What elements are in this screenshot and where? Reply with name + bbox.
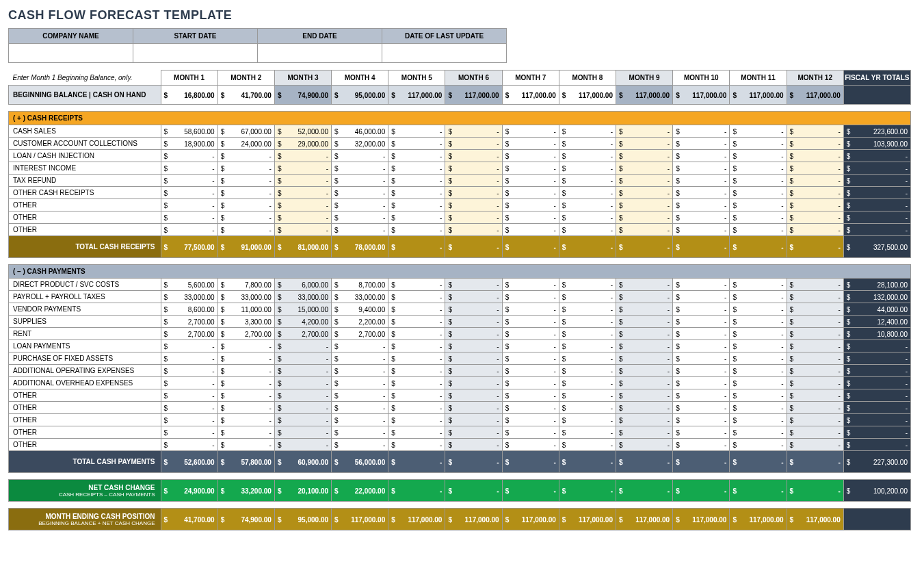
- payments-cell[interactable]: $-: [787, 389, 843, 402]
- payments-cell[interactable]: $-: [217, 377, 274, 389]
- payments-cell[interactable]: $-: [673, 365, 730, 377]
- payments-cell[interactable]: $-: [502, 328, 559, 340]
- receipts-cell[interactable]: $-: [730, 150, 787, 162]
- payments-cell[interactable]: $-: [616, 328, 673, 340]
- payments-cell[interactable]: $-: [787, 352, 843, 365]
- receipts-cell[interactable]: $58,600.00: [161, 125, 217, 138]
- payments-cell[interactable]: $33,000.00: [274, 291, 331, 303]
- payments-cell[interactable]: $-: [445, 291, 502, 303]
- payments-cell[interactable]: $-: [730, 414, 787, 426]
- payments-cell[interactable]: $-: [217, 426, 274, 439]
- receipts-cell[interactable]: $-: [445, 150, 502, 162]
- beginning-balance-cell[interactable]: $117,000.00: [616, 86, 673, 105]
- payments-cell[interactable]: $2,700.00: [217, 328, 274, 340]
- info-input-cell[interactable]: [133, 44, 258, 63]
- payments-cell[interactable]: $-: [559, 279, 616, 291]
- payments-cell[interactable]: $-: [274, 426, 331, 439]
- beginning-balance-cell[interactable]: $117,000.00: [673, 86, 730, 105]
- payments-cell[interactable]: $-: [502, 426, 559, 439]
- payments-cell[interactable]: $-: [616, 291, 673, 303]
- receipts-cell[interactable]: $-: [616, 162, 673, 175]
- payments-cell[interactable]: $3,300.00: [217, 316, 274, 328]
- payments-cell[interactable]: $9,400.00: [332, 303, 388, 316]
- payments-cell[interactable]: $-: [787, 291, 843, 303]
- receipts-cell[interactable]: $-: [673, 187, 730, 199]
- receipts-cell[interactable]: $-: [730, 138, 787, 150]
- receipts-cell[interactable]: $-: [787, 199, 843, 211]
- payments-cell[interactable]: $-: [730, 291, 787, 303]
- payments-cell[interactable]: $-: [559, 414, 616, 426]
- payments-cell[interactable]: $-: [502, 303, 559, 316]
- payments-cell[interactable]: $-: [217, 352, 274, 365]
- receipts-cell[interactable]: $-: [616, 211, 673, 224]
- payments-cell[interactable]: $-: [673, 414, 730, 426]
- receipts-cell[interactable]: $-: [730, 187, 787, 199]
- receipts-cell[interactable]: $-: [161, 162, 217, 175]
- payments-cell[interactable]: $-: [445, 328, 502, 340]
- info-input-cell[interactable]: [382, 44, 507, 63]
- payments-cell[interactable]: $-: [730, 340, 787, 352]
- receipts-cell[interactable]: $-: [217, 224, 274, 236]
- payments-cell[interactable]: $-: [673, 426, 730, 439]
- payments-cell[interactable]: $-: [274, 389, 331, 402]
- payments-cell[interactable]: $-: [673, 316, 730, 328]
- payments-cell[interactable]: $-: [730, 439, 787, 451]
- payments-cell[interactable]: $-: [217, 439, 274, 451]
- payments-cell[interactable]: $-: [274, 352, 331, 365]
- receipts-cell[interactable]: $-: [274, 199, 331, 211]
- payments-cell[interactable]: $2,200.00: [332, 316, 388, 328]
- payments-cell[interactable]: $-: [787, 426, 843, 439]
- payments-cell[interactable]: $-: [787, 328, 843, 340]
- payments-cell[interactable]: $-: [388, 389, 445, 402]
- payments-cell[interactable]: $-: [445, 439, 502, 451]
- payments-cell[interactable]: $-: [502, 414, 559, 426]
- beginning-balance-cell[interactable]: $117,000.00: [730, 86, 787, 105]
- receipts-cell[interactable]: $-: [161, 211, 217, 224]
- receipts-cell[interactable]: $-: [445, 162, 502, 175]
- receipts-cell[interactable]: $-: [445, 199, 502, 211]
- payments-cell[interactable]: $15,000.00: [274, 303, 331, 316]
- info-input-cell[interactable]: [258, 44, 382, 63]
- payments-cell[interactable]: $-: [217, 414, 274, 426]
- receipts-cell[interactable]: $-: [787, 125, 843, 138]
- payments-cell[interactable]: $-: [332, 426, 388, 439]
- payments-cell[interactable]: $-: [274, 414, 331, 426]
- receipts-cell[interactable]: $-: [502, 175, 559, 187]
- payments-cell[interactable]: $-: [730, 365, 787, 377]
- payments-cell[interactable]: $-: [388, 426, 445, 439]
- payments-cell[interactable]: $-: [730, 328, 787, 340]
- payments-cell[interactable]: $-: [502, 340, 559, 352]
- receipts-cell[interactable]: $-: [787, 150, 843, 162]
- receipts-cell[interactable]: $-: [787, 211, 843, 224]
- payments-cell[interactable]: $-: [559, 389, 616, 402]
- receipts-cell[interactable]: $-: [161, 175, 217, 187]
- receipts-cell[interactable]: $-: [217, 199, 274, 211]
- receipts-cell[interactable]: $-: [388, 150, 445, 162]
- receipts-cell[interactable]: $-: [787, 162, 843, 175]
- receipts-cell[interactable]: $-: [730, 125, 787, 138]
- beginning-balance-cell[interactable]: $117,000.00: [787, 86, 843, 105]
- receipts-cell[interactable]: $-: [730, 211, 787, 224]
- payments-cell[interactable]: $11,000.00: [217, 303, 274, 316]
- payments-cell[interactable]: $-: [502, 352, 559, 365]
- receipts-cell[interactable]: $-: [274, 187, 331, 199]
- payments-cell[interactable]: $-: [616, 402, 673, 414]
- receipts-cell[interactable]: $-: [445, 125, 502, 138]
- payments-cell[interactable]: $-: [559, 439, 616, 451]
- payments-cell[interactable]: $-: [559, 303, 616, 316]
- payments-cell[interactable]: $-: [274, 365, 331, 377]
- receipts-cell[interactable]: $-: [559, 125, 616, 138]
- receipts-cell[interactable]: $-: [445, 224, 502, 236]
- payments-cell[interactable]: $-: [787, 279, 843, 291]
- payments-cell[interactable]: $-: [787, 439, 843, 451]
- receipts-cell[interactable]: $-: [673, 175, 730, 187]
- payments-cell[interactable]: $-: [161, 377, 217, 389]
- receipts-cell[interactable]: $-: [217, 175, 274, 187]
- receipts-cell[interactable]: $-: [502, 162, 559, 175]
- receipts-cell[interactable]: $-: [217, 162, 274, 175]
- payments-cell[interactable]: $-: [502, 439, 559, 451]
- info-input-cell[interactable]: [9, 44, 133, 63]
- receipts-cell[interactable]: $-: [559, 162, 616, 175]
- payments-cell[interactable]: $-: [673, 402, 730, 414]
- payments-cell[interactable]: $-: [502, 389, 559, 402]
